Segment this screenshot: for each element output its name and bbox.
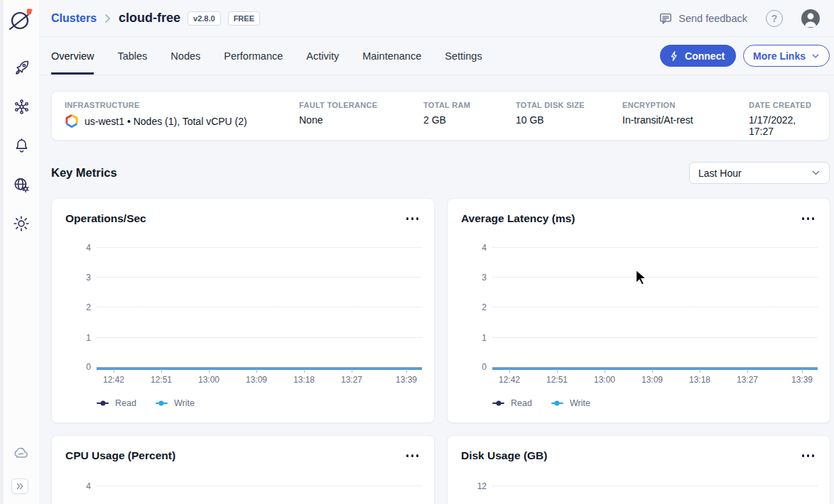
feedback-label: Send feedback xyxy=(678,13,747,24)
x-tick-label: 13:18 xyxy=(293,375,315,385)
y-tick-label: 4 xyxy=(458,243,487,253)
x-tick-label: 13:00 xyxy=(594,375,615,385)
legend-label: Read xyxy=(511,398,532,408)
sidebar xyxy=(0,0,39,504)
field-value: 2 GB xyxy=(423,114,446,126)
y-tick-label: 1 xyxy=(63,333,91,343)
sidebar-expand-button[interactable] xyxy=(11,478,28,494)
flat-series-line xyxy=(492,368,818,370)
cluster-network-icon[interactable] xyxy=(11,97,31,116)
flat-series-line xyxy=(97,368,422,370)
more-links-button[interactable]: More Links xyxy=(743,45,830,67)
chart-title: Average Latency (ms) xyxy=(461,212,575,225)
y-tick-label: 2 xyxy=(63,302,91,312)
settings-gear-icon[interactable] xyxy=(11,214,31,234)
tab-overview[interactable]: Overview xyxy=(51,37,94,75)
chart-card-average-latency: Average Latency (ms) 4 3 2 1 0 xyxy=(447,198,830,423)
tab-performance[interactable]: Performance xyxy=(224,37,283,75)
time-range-select[interactable]: Last Hour xyxy=(689,162,830,184)
field-label: DATE CREATED xyxy=(749,101,816,109)
field-label: FAULT TOLERANCE xyxy=(299,101,423,109)
chart-title: CPU Usage (Percent) xyxy=(65,449,175,462)
cluster-tabs: Overview Tables Nodes Performance Activi… xyxy=(39,37,834,75)
topbar: Clusters cloud-free v2.8.0 FREE Send fee xyxy=(39,0,834,37)
help-button[interactable]: ? xyxy=(766,10,783,27)
key-metrics-title: Key Metrics xyxy=(51,166,117,180)
y-tick-label: 2 xyxy=(458,302,487,312)
infra-field-fault-tolerance: FAULT TOLERANCE None xyxy=(299,101,423,137)
content-area: INFRASTRUCTURE us-west1 • Nodes (1), Tot… xyxy=(39,75,834,504)
chart-menu-ellipsis-icon[interactable] xyxy=(801,451,816,461)
read-series-marker xyxy=(492,402,504,405)
infra-field-date-created: DATE CREATED 1/17/2022, 17:27 xyxy=(749,101,816,137)
topbar-actions: Send feedback ? xyxy=(659,9,820,28)
y-tick-label: 3 xyxy=(63,273,91,283)
tabs-actions: Connect More Links xyxy=(660,37,830,75)
field-value: None xyxy=(299,114,323,126)
infra-field-infrastructure: INFRASTRUCTURE us-west1 • Nodes (1), Tot… xyxy=(65,101,299,137)
chart-menu-ellipsis-icon[interactable] xyxy=(801,214,816,224)
x-tick-label: 12:51 xyxy=(546,375,568,385)
tab-settings[interactable]: Settings xyxy=(445,37,482,75)
x-tick-label: 12:42 xyxy=(103,375,124,385)
chart-menu-ellipsis-icon[interactable] xyxy=(405,214,421,224)
field-label: ENCRYPTION xyxy=(622,101,749,109)
legend-item-write[interactable]: Write xyxy=(551,398,590,408)
chart-legend: Read Write xyxy=(97,398,195,408)
write-series-marker xyxy=(551,402,563,405)
y-tick-label: 3 xyxy=(458,273,487,283)
y-tick-label: 1 xyxy=(458,333,487,343)
app-root: Clusters cloud-free v2.8.0 FREE Send fee xyxy=(0,0,834,504)
legend-item-read[interactable]: Read xyxy=(97,398,136,408)
connect-label: Connect xyxy=(685,50,725,62)
regions-globe-gear-icon[interactable] xyxy=(11,175,31,195)
clusters-rocket-icon[interactable] xyxy=(11,57,31,77)
x-tick-label: 12:42 xyxy=(499,375,520,385)
tab-maintenance[interactable]: Maintenance xyxy=(362,37,421,75)
app-logo-planet-icon[interactable] xyxy=(7,6,36,34)
legend-label: Write xyxy=(174,398,195,408)
x-tick-label: 13:00 xyxy=(198,375,220,385)
version-badge: v2.8.0 xyxy=(188,11,221,26)
time-range-value: Last Hour xyxy=(698,168,742,179)
more-links-label: More Links xyxy=(753,50,806,62)
connect-button[interactable]: Connect xyxy=(660,45,736,67)
chart-title: Operations/Sec xyxy=(65,212,146,225)
chart-menu-ellipsis-icon[interactable] xyxy=(405,451,421,461)
tab-activity[interactable]: Activity xyxy=(306,37,339,75)
infrastructure-summary-card: INFRASTRUCTURE us-west1 • Nodes (1), Tot… xyxy=(51,91,830,141)
plan-badge: FREE xyxy=(228,11,260,26)
legend-item-read[interactable]: Read xyxy=(492,398,532,408)
send-feedback-button[interactable]: Send feedback xyxy=(659,11,747,26)
chart-plot: 4 3 2 1 0 12:42 12:51 13:00 xyxy=(97,247,422,367)
field-label: TOTAL DISK SIZE xyxy=(516,101,622,109)
y-tick-label: 12 xyxy=(458,481,487,491)
legend-item-write[interactable]: Write xyxy=(156,398,195,408)
legend-label: Read xyxy=(115,398,136,408)
chart-plot: 4 xyxy=(97,486,422,504)
x-tick-label: 13:39 xyxy=(791,375,813,385)
lightning-bolt-icon xyxy=(668,50,680,62)
infra-field-encryption: ENCRYPTION In-transit/At-rest xyxy=(622,101,749,137)
y-tick-label: 0 xyxy=(458,362,487,372)
y-tick-label: 4 xyxy=(63,243,91,253)
field-label: INFRASTRUCTURE xyxy=(65,101,299,109)
chart-legend: Read Write xyxy=(492,398,590,408)
field-label: TOTAL RAM xyxy=(423,101,516,109)
x-tick-label: 13:27 xyxy=(737,375,758,385)
chart-card-disk-usage: Disk Usage (GB) 12 xyxy=(447,435,830,504)
y-tick-label: 0 xyxy=(63,362,91,372)
key-metrics-row: Key Metrics Last Hour xyxy=(51,162,830,184)
user-avatar[interactable] xyxy=(801,9,820,28)
x-tick-label: 12:51 xyxy=(151,375,172,385)
field-value: us-west1 • Nodes (1), Total vCPU (2) xyxy=(85,116,247,127)
feedback-message-icon xyxy=(659,11,673,26)
tab-tables[interactable]: Tables xyxy=(117,37,147,75)
tab-nodes[interactable]: Nodes xyxy=(170,37,200,75)
chevron-down-icon xyxy=(811,168,821,177)
cloud-status-icon xyxy=(11,443,31,463)
main-column: Clusters cloud-free v2.8.0 FREE Send fee xyxy=(39,0,834,504)
breadcrumb-clusters-link[interactable]: Clusters xyxy=(51,12,97,25)
alerts-bell-icon[interactable] xyxy=(11,136,31,155)
field-value: 10 GB xyxy=(516,114,544,126)
